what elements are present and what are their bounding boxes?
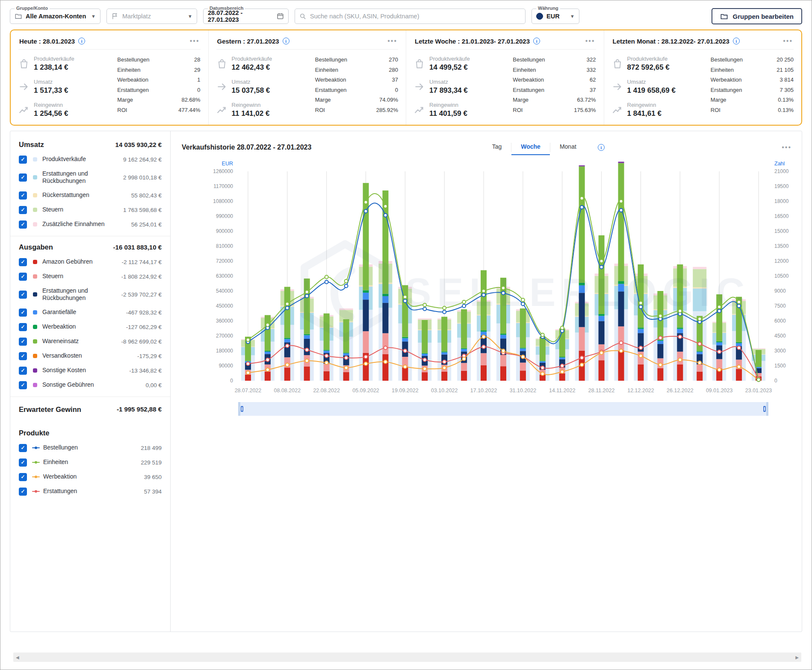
series-label: Erstattungen [43, 488, 80, 495]
kpi-metric-row: Bestellungen20 250 [711, 56, 794, 63]
svg-text:1500: 1500 [774, 363, 786, 369]
series-checkbox[interactable]: ✓ [19, 191, 27, 200]
series-swatch [33, 274, 37, 279]
series-label: Sonstige Gebühren [42, 381, 97, 389]
metric-label: Bestellungen [315, 56, 347, 63]
series-swatch [33, 368, 37, 373]
folder-icon [720, 12, 728, 21]
kpi-stat: Umsatz15 037,58 € [216, 79, 311, 95]
edit-groups-button[interactable]: Gruppen bearbeiten [712, 8, 802, 24]
svg-text:EUR: EUR [222, 161, 233, 167]
bag-icon [216, 58, 227, 69]
series-value: -13 346,82 € [129, 367, 162, 374]
chart-title: Verkaufshistorie 28.07.2022 - 27.01.2023 [182, 144, 311, 151]
slider-right-handle[interactable] [763, 406, 766, 412]
series-swatch [33, 193, 37, 197]
svg-text:540000: 540000 [216, 288, 233, 294]
tab-monat[interactable]: Monat [550, 140, 586, 155]
series-checkbox[interactable]: ✓ [19, 156, 27, 164]
daterange-input[interactable]: Datumsbereich 28.07.2022 - 27.01.2023 [203, 9, 289, 24]
series-value: 55 802,43 € [131, 192, 162, 199]
more-options-icon[interactable]: ••• [783, 37, 793, 45]
series-label: Wareneinsatz [42, 338, 82, 345]
scroll-right-icon[interactable]: ▶ [795, 655, 799, 660]
scroll-left-icon[interactable]: ◀ [16, 655, 19, 660]
series-checkbox[interactable]: ✓ [19, 273, 27, 281]
series-swatch [33, 325, 37, 329]
info-icon[interactable]: i [733, 38, 740, 44]
metric-label: Marge [117, 97, 133, 103]
series-checkbox[interactable]: ✓ [19, 291, 27, 299]
legend-item: ✓Steuern-1 808 224,92 € [19, 269, 162, 284]
series-checkbox[interactable]: ✓ [19, 258, 27, 266]
series-checkbox[interactable]: ✓ [19, 473, 27, 481]
legend-item: ✓Werbeaktion-127 062,29 € [19, 320, 162, 334]
series-swatch [33, 339, 37, 344]
kpi-metric-row: Bestellungen270 [315, 56, 398, 63]
chevron-down-icon: ▼ [570, 14, 575, 19]
kpi-stat: Umsatz1 419 658,69 € [612, 79, 706, 95]
group-account-select[interactable]: Gruppe/Konto Alle Amazon-Konten ▼ [10, 9, 100, 24]
series-label: Rückerstattungen [42, 191, 93, 199]
metric-value: 285.92% [376, 107, 398, 113]
bag-icon [612, 58, 623, 69]
series-checkbox[interactable]: ✓ [19, 338, 27, 346]
series-value: 229 519 [141, 459, 162, 466]
metric-value: 37 [392, 76, 398, 83]
series-checkbox[interactable]: ✓ [19, 323, 27, 331]
marketplace-select[interactable]: Marktplatz ▼ [106, 9, 197, 24]
more-options-icon[interactable]: ••• [387, 37, 397, 45]
svg-text:4500: 4500 [774, 333, 786, 339]
currency-select[interactable]: Währung EUR ▼ [531, 9, 579, 24]
svg-text:23.01.2023: 23.01.2023 [745, 388, 772, 394]
stat-value: 14 499,52 € [429, 63, 470, 72]
series-value: -2 112 744,17 € [121, 259, 162, 265]
info-icon[interactable]: i [598, 144, 605, 151]
series-checkbox[interactable]: ✓ [19, 220, 27, 229]
series-swatch [33, 157, 37, 162]
info-icon[interactable]: i [78, 38, 85, 44]
produkte-title: Produkte [19, 429, 50, 437]
svg-text:0: 0 [774, 378, 777, 384]
kpi-metric-row: Marge0.13% [711, 97, 794, 103]
horizontal-scrollbar[interactable]: ◀ ▶ [13, 652, 801, 662]
svg-text:03.10.2022: 03.10.2022 [431, 388, 458, 394]
svg-text:90000: 90000 [219, 363, 233, 369]
tab-tag[interactable]: Tag [483, 140, 511, 155]
metric-label: Marge [711, 97, 726, 103]
legend-item: ✓Sonstige Kosten-13 346,82 € [19, 363, 162, 378]
series-checkbox[interactable]: ✓ [19, 352, 27, 360]
series-value: -2 539 702,27 € [121, 291, 162, 298]
kpi-metric-row: Werbeaktion3 814 [711, 76, 794, 83]
series-checkbox[interactable]: ✓ [19, 367, 27, 375]
series-checkbox[interactable]: ✓ [19, 309, 27, 317]
info-icon[interactable]: i [283, 38, 289, 44]
search-input[interactable]: Suche nach (SKU, ASIN, Produktname) [295, 9, 526, 24]
series-checkbox[interactable]: ✓ [19, 458, 27, 467]
series-label: Werbeaktion [42, 323, 79, 331]
metric-label: Einheiten [711, 67, 734, 73]
series-value: -127 062,29 € [126, 324, 162, 330]
line-marker-icon [32, 446, 40, 450]
more-options-icon[interactable]: ••• [782, 144, 791, 151]
svg-text:17.10.2022: 17.10.2022 [470, 388, 497, 394]
info-icon[interactable]: i [533, 38, 540, 44]
legend-item: ✓Erstattungen57 394 [19, 484, 162, 499]
more-options-icon[interactable]: ••• [585, 37, 595, 45]
series-checkbox[interactable]: ✓ [19, 206, 27, 214]
kpi-metric-row: Werbeaktion62 [513, 76, 596, 83]
series-label: Einheiten [43, 458, 71, 466]
series-checkbox[interactable]: ✓ [19, 444, 27, 452]
series-swatch [33, 292, 37, 297]
metric-label: Werbeaktion [315, 76, 346, 83]
more-options-icon[interactable]: ••• [190, 37, 200, 45]
series-checkbox[interactable]: ✓ [19, 173, 27, 182]
series-checkbox[interactable]: ✓ [19, 381, 27, 389]
slider-left-handle[interactable] [241, 406, 243, 412]
series-checkbox[interactable]: ✓ [19, 488, 27, 496]
series-label: Amazon Gebühren [42, 258, 96, 266]
series-value: -467 928,32 € [126, 309, 162, 316]
chart-range-slider[interactable] [238, 402, 768, 416]
tab-woche[interactable]: Woche [511, 140, 550, 155]
kpi-stat: Reingewinn1 841,61 € [612, 102, 706, 118]
